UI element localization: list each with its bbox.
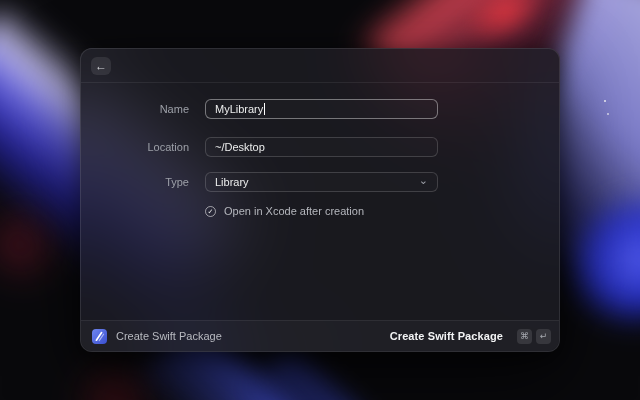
- type-dropdown-value: Library: [215, 176, 249, 188]
- back-arrow-icon: ←: [95, 60, 107, 72]
- location-input[interactable]: ~/Desktop: [205, 137, 438, 157]
- open-in-xcode-checkbox[interactable]: ✓: [205, 206, 216, 217]
- form-row-type: Type Library ⌄: [81, 172, 559, 192]
- package-form: Name MyLibrary Location ~/Desktop Type L…: [81, 83, 559, 217]
- window-header: ←: [81, 49, 559, 83]
- open-in-xcode-checkbox-row: ✓ Open in Xcode after creation: [205, 205, 559, 217]
- return-key-icon: ↵: [536, 329, 551, 344]
- text-cursor: [264, 103, 265, 115]
- chevron-down-icon: ⌄: [419, 175, 428, 186]
- form-row-location: Location ~/Desktop: [81, 137, 559, 157]
- name-input-value: MyLibrary: [215, 103, 263, 115]
- name-input[interactable]: MyLibrary: [205, 99, 438, 119]
- wallpaper-star: [607, 113, 609, 115]
- location-field-label: Location: [81, 141, 189, 153]
- action-bar: Create Swift Package Create Swift Packag…: [81, 320, 559, 351]
- location-input-value: ~/Desktop: [215, 141, 265, 153]
- form-row-name: Name MyLibrary: [81, 99, 559, 119]
- checkmark-icon: ✓: [208, 208, 214, 215]
- create-swift-package-window: ← Name MyLibrary Location ~/Desktop Type…: [80, 48, 560, 352]
- open-in-xcode-checkbox-label: Open in Xcode after creation: [224, 205, 364, 217]
- back-button[interactable]: ←: [91, 57, 111, 75]
- command-name: Create Swift Package: [116, 330, 222, 342]
- command-key-icon: ⌘: [517, 329, 532, 344]
- type-field-label: Type: [81, 176, 189, 188]
- type-dropdown[interactable]: Library ⌄: [205, 172, 438, 192]
- create-swift-package-extension-icon: [92, 329, 107, 344]
- wallpaper-star: [604, 100, 606, 102]
- name-field-label: Name: [81, 103, 189, 115]
- create-swift-package-action[interactable]: Create Swift Package: [390, 330, 503, 342]
